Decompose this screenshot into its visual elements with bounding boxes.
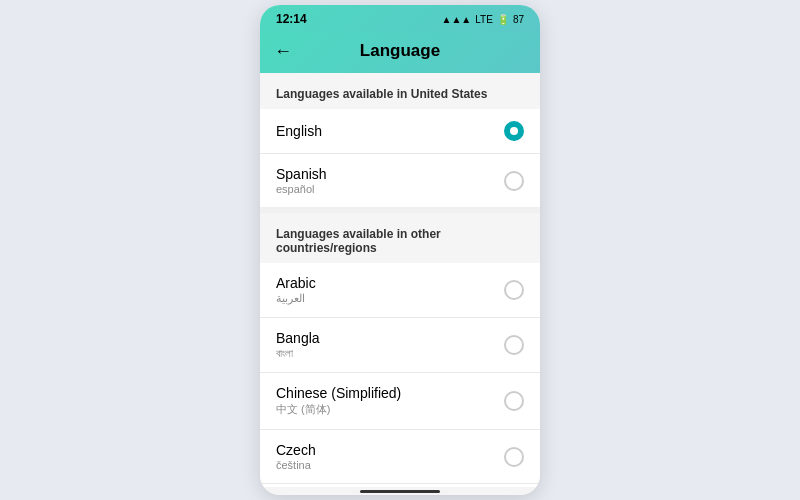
language-text-english: English (276, 123, 322, 139)
radio-arabic[interactable] (504, 280, 524, 300)
us-section-header: Languages available in United States (260, 73, 540, 109)
language-native-spanish: español (276, 183, 327, 195)
us-section-region: United States (411, 87, 488, 101)
app-header: ← Language (260, 33, 540, 73)
radio-spanish[interactable] (504, 171, 524, 191)
us-section-prefix: Languages available in (276, 87, 411, 101)
language-item-arabic[interactable]: Arabic العربية (260, 263, 540, 318)
other-language-list: Arabic العربية Bangla বাংলা Chinese (Sim… (260, 263, 540, 487)
bottom-bar (260, 487, 540, 495)
language-name-chinese: Chinese (Simplified) (276, 385, 401, 401)
language-text-czech: Czech čeština (276, 442, 316, 471)
status-bar: 12:14 ▲▲▲ LTE 🔋 87 (260, 5, 540, 33)
battery-level: 87 (513, 14, 524, 25)
status-icons: ▲▲▲ LTE 🔋 87 (442, 14, 524, 25)
radio-english[interactable] (504, 121, 524, 141)
language-name-arabic: Arabic (276, 275, 316, 291)
language-text-arabic: Arabic العربية (276, 275, 316, 305)
signal-icon: ▲▲▲ (442, 14, 472, 25)
battery-icon: 🔋 (497, 14, 509, 25)
page-title: Language (360, 41, 440, 61)
language-item-czech[interactable]: Czech čeština (260, 430, 540, 484)
phone-container: 12:14 ▲▲▲ LTE 🔋 87 ← Language Languages … (260, 5, 540, 495)
language-name-bangla: Bangla (276, 330, 320, 346)
language-name-english: English (276, 123, 322, 139)
status-time: 12:14 (276, 12, 307, 26)
language-name-czech: Czech (276, 442, 316, 458)
content-area: Languages available in United States Eng… (260, 73, 540, 487)
language-native-bangla: বাংলা (276, 347, 320, 360)
language-text-spanish: Spanish español (276, 166, 327, 195)
language-item-spanish[interactable]: Spanish español (260, 154, 540, 207)
back-button[interactable]: ← (274, 41, 292, 62)
language-native-czech: čeština (276, 459, 316, 471)
language-text-bangla: Bangla বাংলা (276, 330, 320, 360)
radio-bangla[interactable] (504, 335, 524, 355)
other-section-prefix: Languages available in (276, 227, 411, 241)
us-language-list: English Spanish español (260, 109, 540, 207)
radio-czech[interactable] (504, 447, 524, 467)
language-native-chinese: 中文 (简体) (276, 402, 401, 417)
language-text-chinese: Chinese (Simplified) 中文 (简体) (276, 385, 401, 417)
language-item-chinese[interactable]: Chinese (Simplified) 中文 (简体) (260, 373, 540, 430)
home-indicator (360, 490, 440, 493)
language-native-arabic: العربية (276, 292, 316, 305)
network-label: LTE (475, 14, 493, 25)
language-item-bangla[interactable]: Bangla বাংলা (260, 318, 540, 373)
language-item-english[interactable]: English (260, 109, 540, 154)
radio-chinese[interactable] (504, 391, 524, 411)
other-section-header: Languages available in other countries/r… (260, 213, 540, 263)
language-name-spanish: Spanish (276, 166, 327, 182)
